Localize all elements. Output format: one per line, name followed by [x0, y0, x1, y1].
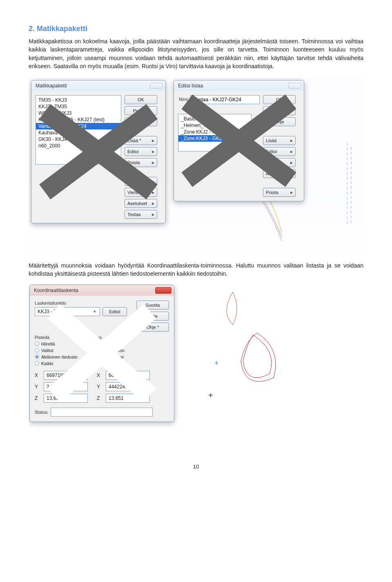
paragraph-2: Määritettyjä muunnoksia voidaan hyödyntä…	[29, 261, 363, 278]
dialog1-titlebar: Matikkapaketti	[31, 80, 165, 91]
figure-1: Matikkapaketti TM35 - KKJ3 KKJ3 - TM35 W…	[29, 78, 363, 249]
dialog2-titlebar: Editoi listaa	[174, 80, 304, 91]
close-icon[interactable]	[155, 287, 172, 294]
dialog-matikkapaketti: Matikkapaketti TM35 - KKJ3 KKJ3 - TM35 W…	[31, 80, 166, 223]
dialog-koordinaattilaskenta: Koordinaattilaskenta Laskentafunktio KKJ…	[29, 285, 174, 422]
dialog-editoi-listaa: Editoi listaa Nimi _Basic _Helmert_Vanta…	[174, 80, 304, 201]
figure-2: + + Koordinaattilaskenta Laskentafunktio…	[29, 284, 363, 439]
section-number: 2.	[29, 25, 35, 33]
page-number: 10	[29, 464, 363, 470]
close-icon[interactable]	[288, 83, 301, 89]
dialog3-titlebar: Koordinaattilaskenta	[30, 285, 174, 296]
svg-text:+: +	[214, 359, 219, 367]
section-title: Matikkapaketti	[37, 25, 87, 33]
paragraph-1: Matikkapaketissa on kokoelma kaavoja, jo…	[29, 37, 363, 70]
section-heading: 2. Matikkapaketti	[29, 25, 363, 33]
svg-text:+: +	[208, 391, 213, 400]
close-icon[interactable]	[150, 83, 163, 89]
